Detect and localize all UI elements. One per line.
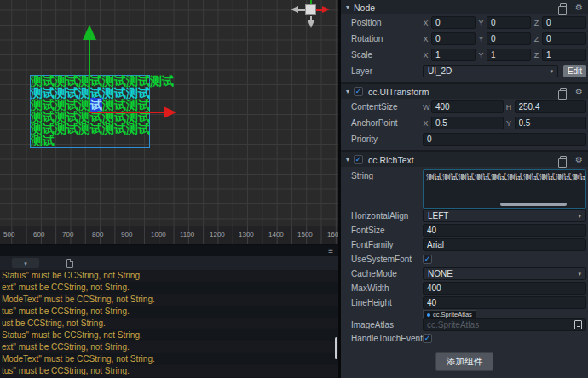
x-axis-gizmo-arrow-icon[interactable] (164, 106, 176, 118)
console-message[interactable]: tus" must be CCString, not String. (0, 365, 338, 377)
console-message[interactable]: ust be CCString, not String. (0, 318, 338, 329)
fontfamily-row: FontFamily (341, 238, 588, 252)
uitransform-enabled-checkbox[interactable]: ✓ (354, 87, 363, 96)
handletouchevent-checkbox[interactable]: ✓ (423, 334, 432, 343)
view-gizmo-right-arrow-icon[interactable] (322, 6, 330, 13)
anchorpoint-x-input[interactable] (431, 117, 504, 129)
rotation-y-input[interactable] (487, 32, 531, 45)
console-menu-icon[interactable]: ≡ (328, 246, 333, 255)
position-y-input[interactable] (487, 16, 531, 29)
collapse-arrow-icon[interactable]: ▾ (346, 3, 349, 11)
string-textarea[interactable]: 测试测试测试测试测试测试测试测试测试测试测试测试测试测试测试测试测试测试测试测试… (423, 169, 586, 209)
console-message[interactable]: ext" must be CCString, not String. (0, 282, 338, 294)
ruler-tick-label: 600 (33, 231, 44, 238)
scale-y-input[interactable] (487, 49, 531, 61)
row-label: MaxWidth (351, 284, 423, 293)
ruler-tick-label: 1600 (327, 231, 338, 238)
asset-type-tag: cc.SpriteAtlas (423, 310, 476, 318)
x-axis-gizmo-line[interactable] (89, 112, 164, 113)
richtext-enabled-checkbox[interactable]: ✓ (354, 155, 363, 164)
help-doc-icon[interactable] (560, 156, 567, 163)
priority-input[interactable] (423, 133, 586, 146)
rotation-row: Rotation X Y Z (341, 31, 588, 47)
axis-label: X (423, 119, 429, 128)
rotation-z-input[interactable] (542, 32, 586, 45)
y-axis-gizmo-arrow-icon[interactable] (83, 25, 96, 40)
console-message[interactable]: ext" must be CCString, not String. (0, 341, 338, 353)
asset-picker-icon[interactable] (574, 320, 582, 329)
section-title: cc.RichText (368, 155, 414, 165)
asset-type-label: cc.SpriteAtlas (433, 311, 472, 318)
contentsize-h-input[interactable] (515, 100, 587, 113)
ruler-tick-label: 900 (121, 231, 132, 238)
ruler-tick-label: 1100 (180, 231, 194, 238)
y-axis-gizmo-line[interactable] (89, 39, 90, 113)
label-line: 测试测试测试测试测试 (31, 99, 174, 111)
cachemode-row: CacheMode NONE ▾ (341, 266, 588, 281)
collapse-arrow-icon[interactable]: ▾ (346, 88, 349, 95)
console-log-file-icon[interactable] (66, 259, 73, 268)
node-section-header[interactable]: ▾ Node ⚙ (341, 0, 588, 14)
check-icon: ✓ (355, 88, 362, 95)
cocos-editor-root: 测试测试测试测试测试测试 测试测试测试测试测试 测试测试测试测试测试 测试测试测… (0, 0, 588, 378)
console-message[interactable]: ModeText" must be CCString, not String. (0, 353, 338, 365)
gear-icon[interactable]: ⚙ (575, 155, 583, 164)
console-message-list: Status" must be CCString, not String. ex… (0, 270, 338, 378)
axis-label: X (423, 51, 429, 60)
maxwidth-input[interactable] (423, 282, 586, 295)
lineheight-input[interactable] (423, 296, 586, 309)
console-message[interactable]: tus" must be CCString, not String. (0, 306, 338, 318)
help-doc-icon[interactable] (560, 88, 567, 95)
uitransform-section-header[interactable]: ▾ ✓ cc.UITransform ⚙ (341, 84, 588, 99)
rotation-x-input[interactable] (431, 32, 476, 45)
richtext-section-header[interactable]: ▾ ✓ cc.RichText ⚙ (341, 152, 588, 167)
scale-z-input[interactable] (542, 49, 586, 61)
left-pane: 测试测试测试测试测试测试 测试测试测试测试测试 测试测试测试测试测试 测试测试测… (0, 0, 341, 378)
console-panel: ≡ ▾ Status" must be CCString, not String… (0, 245, 338, 378)
contentsize-w-input[interactable] (431, 100, 504, 113)
view-gizmo-down-arrow-icon[interactable] (308, 20, 314, 28)
layer-edit-button[interactable]: Edit (563, 65, 586, 77)
position-x-input[interactable] (431, 16, 476, 29)
usesystemfont-checkbox[interactable]: ✓ (423, 255, 432, 264)
ruler-tick-label: 1000 (151, 231, 166, 238)
priority-row: Priority (341, 131, 588, 147)
console-scrollbar[interactable] (335, 337, 337, 359)
position-z-input[interactable] (542, 16, 586, 29)
layer-select[interactable]: UI_2D ▾ (423, 65, 558, 77)
textarea-horizontal-scrollbar[interactable] (500, 203, 567, 206)
console-message[interactable]: ModeText" must be CCString, not String. (0, 294, 338, 306)
ruler-tick-label: 1200 (210, 231, 225, 238)
help-doc-icon[interactable] (560, 3, 567, 11)
view-gizmo-center-handle[interactable] (305, 4, 316, 15)
collapse-arrow-icon[interactable]: ▾ (346, 156, 349, 163)
scale-x-input[interactable] (431, 49, 476, 61)
anchorpoint-y-input[interactable] (515, 117, 587, 129)
view-gizmo-right-line (316, 9, 322, 11)
fontsize-input[interactable] (423, 224, 586, 237)
axis-label: Z (533, 19, 539, 27)
layer-selected-value: UI_2D (428, 66, 550, 76)
ruler-tick-label: 1400 (268, 231, 284, 238)
row-label: FontSize (351, 226, 423, 235)
gear-icon[interactable]: ⚙ (575, 87, 583, 96)
axis-label: X (423, 19, 429, 27)
imageatlas-asset-field[interactable]: cc.SpriteAtlas (423, 318, 586, 331)
console-message[interactable]: Status" must be CCString, not String. (0, 329, 338, 341)
section-richtext: ▾ ✓ cc.RichText ⚙ String 测试测试测试测试测试测试测试测… (341, 152, 588, 378)
dropdown-caret-icon: ▾ (550, 68, 553, 75)
view-gizmo-left-arrow-icon[interactable] (291, 6, 298, 13)
horizontalalign-select[interactable]: LEFT ▾ (423, 209, 586, 222)
gear-icon[interactable]: ⚙ (575, 3, 583, 12)
cachemode-select[interactable]: NONE ▾ (423, 267, 586, 280)
section-title: Node (354, 3, 375, 13)
row-label: HorizontalAlign (351, 211, 423, 220)
console-filter-dropdown[interactable]: ▾ (12, 258, 39, 268)
position-row: Position X Y Z (341, 14, 588, 31)
console-message[interactable]: Status" must be CCString, not String. (0, 270, 338, 282)
scene-view[interactable]: 测试测试测试测试测试测试 测试测试测试测试测试 测试测试测试测试测试 测试测试测… (0, 0, 338, 226)
add-component-button[interactable]: 添加组件 (435, 352, 493, 371)
asset-type-dot-icon (427, 313, 430, 317)
fontfamily-input[interactable] (423, 238, 586, 251)
lineheight-row: LineHeight (341, 295, 588, 310)
